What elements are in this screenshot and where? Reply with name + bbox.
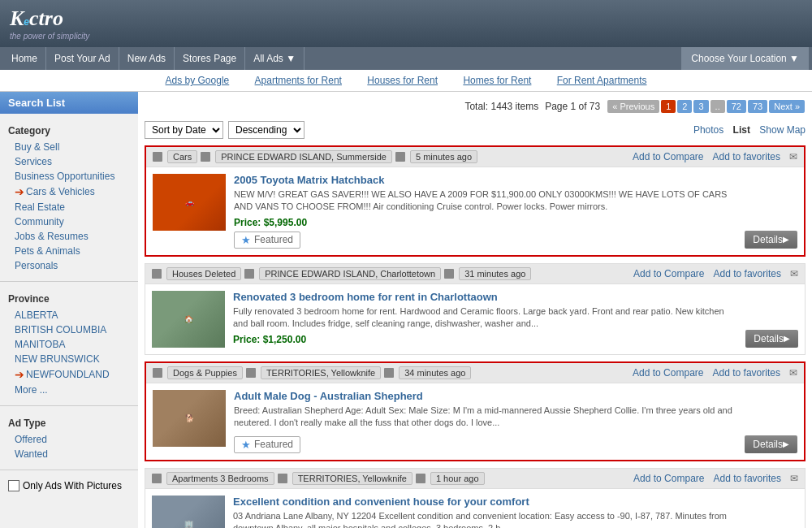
listing-2-actions: Add to Compare Add to favorites ✉ <box>627 268 798 279</box>
listing-3-category[interactable]: Dogs & Puppies <box>167 366 243 379</box>
listing-1-price: Price: $5,995.00 <box>234 217 736 228</box>
navbar: Home Post Your Ad New Ads Stores Page Al… <box>0 47 812 70</box>
sidebar-cat-realestate[interactable]: Real Estate <box>8 200 130 214</box>
list-view-btn[interactable]: List <box>733 124 750 136</box>
listing-4-location: TERRITORIES, Yellowknife <box>292 472 412 485</box>
sidebar-prov-bc[interactable]: BRITISH COLUMBIA <box>8 322 130 337</box>
listing-4-category[interactable]: Apartments 3 Bedrooms <box>166 472 274 485</box>
sidebar-cat-personals[interactable]: Personals <box>8 258 130 273</box>
listing-4-image: 🏢 <box>152 496 225 528</box>
listing-3-tags: Dogs & Puppies TERRITORIES, Yellowknife … <box>153 366 471 379</box>
listing-4-title[interactable]: Excellent condition and convenient house… <box>233 496 737 508</box>
listing-1-mail-icon[interactable]: ✉ <box>789 151 797 162</box>
prev-page-btn[interactable]: « Previous <box>607 100 659 113</box>
listing-2-mail-icon[interactable]: ✉ <box>790 268 798 279</box>
featured-star-icon: ★ <box>241 234 251 246</box>
listing-2-compare[interactable]: Add to Compare <box>633 268 704 279</box>
sort-order-select[interactable]: Descending <box>228 121 304 139</box>
sidebar-prov-more[interactable]: More ... <box>8 383 130 397</box>
listing-1-location: PRINCE EDWARD ISLAND, Summerside <box>215 150 392 163</box>
listing-4-time: 1 hour ago <box>430 472 485 485</box>
nav-all-ads[interactable]: All Ads ▼ <box>245 47 304 70</box>
listing-3-actions: Add to Compare Add to favorites ✉ <box>626 367 797 379</box>
nav-new-ads[interactable]: New Ads <box>119 47 175 70</box>
sidebar-cat-pets[interactable]: Pets & Animals <box>8 244 130 258</box>
next-page-btn[interactable]: Next » <box>769 100 805 113</box>
listing-1-car-img: 🚗 <box>153 174 226 231</box>
ads-pictures-checkbox[interactable] <box>8 480 19 491</box>
subnav-link-houses[interactable]: Houses for Rent <box>367 75 438 86</box>
sidebar-adtype-section: Ad Type Offered Wanted <box>0 411 138 465</box>
sidebar-prov-manitoba[interactable]: MANITOBA <box>8 337 130 352</box>
sidebar-cat-cars[interactable]: ➔ Cars & Vehicles <box>8 184 130 200</box>
page-1-btn[interactable]: 1 <box>661 100 676 113</box>
subnav-link-homes[interactable]: Homes for Rent <box>463 75 531 86</box>
listing-1-details-btn[interactable]: Details <box>745 231 797 249</box>
sidebar-prov-nf[interactable]: ➔ NEWFOUNDLAND <box>8 366 130 383</box>
listing-3-details-btn[interactable]: Details <box>745 435 797 453</box>
sort-row: Sort by Date Descending Photos List Show… <box>145 118 806 145</box>
listing-1-image: 🚗 <box>153 174 226 231</box>
page-73-btn[interactable]: 73 <box>748 100 767 113</box>
map-view-btn[interactable]: Show Map <box>759 124 806 136</box>
sidebar-cat-buy-sell[interactable]: Buy & Sell <box>8 140 130 154</box>
sidebar-adtype-offered[interactable]: Offered <box>8 432 130 447</box>
listing-1-title[interactable]: 2005 Toyota Matrix Hatchback <box>234 174 736 186</box>
listing-3-info: Adult Male Dog - Australian Shepherd Bre… <box>234 390 736 453</box>
listing-3-title[interactable]: Adult Male Dog - Australian Shepherd <box>234 390 736 402</box>
listing-2-time-icon <box>444 269 454 279</box>
listing-1-category[interactable]: Cars <box>167 150 197 163</box>
nav-stores-page[interactable]: Stores Page <box>175 47 245 70</box>
listing-1-compare[interactable]: Add to Compare <box>633 151 703 162</box>
sidebar-cat-community[interactable]: Community <box>8 214 130 229</box>
listing-4-mail-icon[interactable]: ✉ <box>790 473 798 484</box>
nav-home[interactable]: Home <box>3 47 46 70</box>
listing-4-desc: 03 Andriana Lane Albany, NY 12204 Excell… <box>233 510 737 528</box>
listing-3-desc: Breed: Australian Shepherd Age: Adult Se… <box>234 405 736 430</box>
listing-1-desc: NEW M/V! GREAT GAS SAVER!!! WE ALSO HAVE… <box>234 188 736 214</box>
listing-2-favorites[interactable]: Add to favorites <box>714 268 781 279</box>
listing-4-loc-icon <box>278 474 287 483</box>
listing-4-actions: Add to Compare Add to favorites ✉ <box>627 473 798 484</box>
listing-4-body: 🏢 Excellent condition and convenient hou… <box>145 489 805 528</box>
subnav-link-apartments[interactable]: Apartments for Rent <box>255 75 342 86</box>
listing-1-favorites[interactable]: Add to favorites <box>713 151 780 162</box>
listing-3-mail-icon[interactable]: ✉ <box>789 367 797 379</box>
listing-3: Dogs & Puppies TERRITORIES, Yellowknife … <box>145 361 806 461</box>
listing-3-image: 🐕 <box>153 390 226 447</box>
sidebar-adtype-wanted[interactable]: Wanted <box>8 447 130 461</box>
page-3-btn[interactable]: 3 <box>693 100 708 113</box>
page-72-btn[interactable]: 72 <box>727 100 746 113</box>
listing-4-tag-icon <box>152 474 162 483</box>
sidebar: Search List Category Buy & Sell Services… <box>0 92 138 528</box>
main-layout: Search List Category Buy & Sell Services… <box>0 92 812 528</box>
listing-2-right: Details <box>745 291 798 348</box>
sort-by-select[interactable]: Sort by Date <box>145 121 223 139</box>
listing-3-tag-icon <box>153 368 162 378</box>
listing-4-favorites[interactable]: Add to favorites <box>714 473 781 484</box>
listing-3-compare[interactable]: Add to Compare <box>633 367 703 379</box>
arrow-cars-icon: ➔ <box>15 185 24 198</box>
sidebar-cat-business[interactable]: Business Opportunities <box>8 169 130 184</box>
listing-4-header: Apartments 3 Bedrooms TERRITORIES, Yello… <box>145 469 805 489</box>
listing-1-time-icon <box>395 152 405 162</box>
subnav-link-forrent[interactable]: For Rent Apartments <box>557 75 647 86</box>
nav-choose-location[interactable]: Choose Your Location ▼ <box>681 47 809 70</box>
listing-2-category[interactable]: Houses Deleted <box>166 267 241 280</box>
listing-2-details-btn[interactable]: Details <box>745 330 798 348</box>
listing-2-image: 🏠 <box>152 291 225 348</box>
listing-3-favorites[interactable]: Add to favorites <box>713 367 780 379</box>
sidebar-cat-services[interactable]: Services <box>8 154 130 169</box>
featured-label: Featured <box>254 234 293 245</box>
nav-post-ad[interactable]: Post Your Ad <box>46 47 119 70</box>
photos-view-btn[interactable]: Photos <box>693 124 723 136</box>
listing-2-header: Houses Deleted PRINCE EDWARD ISLAND, Cha… <box>145 264 805 284</box>
sidebar-cat-jobs[interactable]: Jobs & Resumes <box>8 229 130 244</box>
listing-2-title[interactable]: Renovated 3 bedroom home for rent in Cha… <box>233 291 737 303</box>
page-2-btn[interactable]: 2 <box>677 100 692 113</box>
listing-1-tags: Cars PRINCE EDWARD ISLAND, Summerside 5 … <box>153 150 477 163</box>
listing-4-compare[interactable]: Add to Compare <box>633 473 704 484</box>
subnav-link-google[interactable]: Ads by Google <box>166 75 230 86</box>
sidebar-prov-alberta[interactable]: ALBERTA <box>8 308 130 322</box>
sidebar-prov-nb[interactable]: NEW BRUNSWICK <box>8 352 130 366</box>
